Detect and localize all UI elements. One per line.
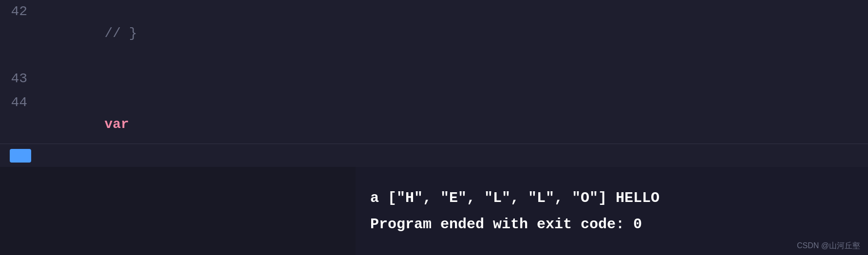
bottom-left-panel bbox=[0, 167, 356, 255]
code-line-42: 42 // } bbox=[0, 0, 868, 67]
space-44a bbox=[104, 139, 113, 144]
line-number-42: 42 bbox=[0, 1, 39, 23]
line-content-44: var e : Character = "a" bbox=[39, 92, 868, 144]
line-number-43: 43 bbox=[0, 68, 39, 90]
line-content-42: // } bbox=[39, 1, 868, 66]
output-panel: a ["H", "E", "L", "L", "O"] HELLO Progra… bbox=[356, 167, 868, 255]
blue-bar bbox=[0, 144, 868, 167]
bottom-panel: a ["H", "E", "L", "L", "O"] HELLO Progra… bbox=[0, 167, 868, 255]
output-line-1: a ["H", "E", "L", "L", "O"] HELLO bbox=[370, 185, 853, 211]
keyword-var-44: var bbox=[104, 117, 129, 132]
comment-42: // } bbox=[104, 26, 137, 41]
watermark: CSDN @山河丘壑 bbox=[797, 241, 860, 251]
code-editor: 42 // } 43 44 var e : Character = "a" bbox=[0, 0, 868, 144]
line-number-44: 44 bbox=[0, 92, 39, 114]
output-line-2: Program ended with exit code: 0 bbox=[370, 211, 853, 237]
code-line-44: 44 var e : Character = "a" bbox=[0, 91, 868, 144]
blue-indicator bbox=[10, 149, 31, 163]
main-container: 42 // } 43 44 var e : Character = "a" bbox=[0, 0, 868, 255]
code-line-43: 43 bbox=[0, 67, 868, 91]
